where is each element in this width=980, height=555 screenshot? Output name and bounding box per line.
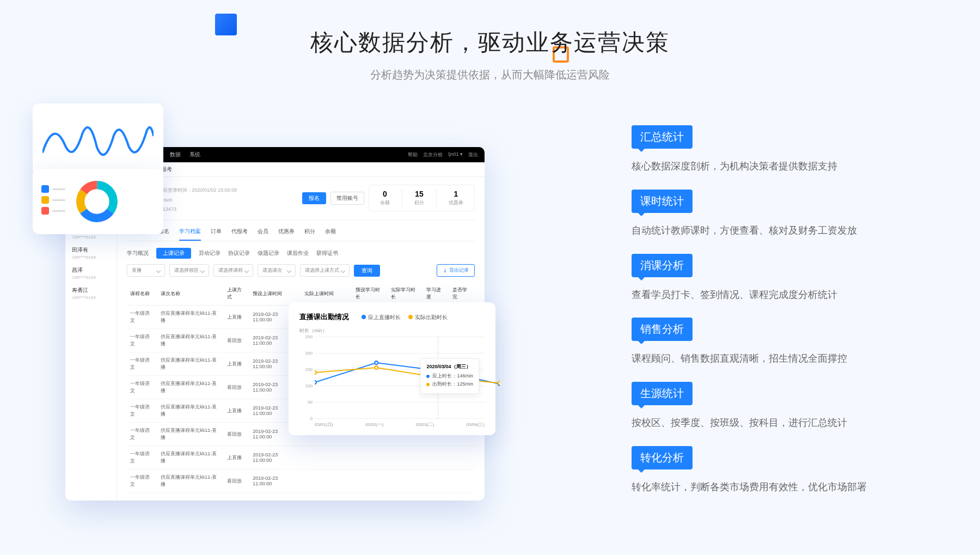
donut-chart-icon [75, 180, 119, 223]
tab-item[interactable]: 代报考 [231, 228, 248, 241]
chart-plot-area: 050100150200250 2020/03/04（周三） 应上时长：146m… [299, 337, 485, 418]
export-button[interactable]: ⭳ 导出记录 [437, 264, 475, 277]
disable-account-button[interactable]: 禁用账号 [330, 192, 364, 205]
col-header: 课次名称 [157, 282, 224, 306]
float-wave-card [33, 103, 163, 177]
subtab-item[interactable]: 获得证书 [316, 249, 338, 257]
feature-tag-summary: 汇总统计 [632, 125, 693, 149]
tab-item-active[interactable]: 学习档案 [179, 228, 201, 241]
export-icon: ⭳ [443, 267, 448, 273]
svg-point-12 [498, 381, 500, 385]
tab-item[interactable]: 积分 [304, 228, 315, 241]
wave-chart-icon [42, 113, 154, 167]
attendance-chart-card: 直播课出勤情况 应上直播时长 实际出勤时长 时长（min） 0501001502… [289, 302, 495, 435]
feature-list: 汇总统计核心数据深度剖析，为机构决策者提供数据支持 课时统计自动统计教师课时，方… [632, 125, 915, 510]
filter-bar: 直播 请选择校区 请选择课程 请选课次 请选择上课方式 查询 ⭳ 导出记录 [127, 264, 475, 277]
sidebar-item[interactable]: 田泽有199****0109 [65, 243, 117, 263]
logout-link[interactable]: 退出 [468, 151, 478, 158]
donut-legend [41, 185, 65, 218]
svg-point-5 [315, 381, 316, 384]
tab-item[interactable]: 优惠券 [278, 228, 295, 241]
help-link[interactable]: 帮助 [408, 151, 418, 158]
feature-desc: 核心数据深度剖析，为机构决策者提供数据支持 [632, 158, 915, 174]
subtab-item[interactable]: 协议记录 [228, 249, 250, 257]
chart-title: 直播课出勤情况 [299, 313, 349, 321]
chart-tooltip: 2020/03/04（周三） 应上时长：146min 出勤时长：125min [420, 358, 479, 394]
table-row[interactable]: 一年级语文供应直播课程单元kk11-直播上直播2019-02-23 11:00:… [127, 446, 475, 469]
chart-ylabel: 时长（min） [299, 327, 485, 334]
nav-item[interactable]: 系统 [189, 151, 200, 158]
search-button[interactable]: 查询 [354, 265, 380, 277]
svg-point-9 [315, 371, 316, 374]
subtab-item[interactable]: 课后作业 [287, 249, 309, 257]
filter-school-select[interactable]: 请选择校区 [169, 264, 209, 277]
hero-title: 核心数据分析，驱动业务运营决策 [0, 27, 980, 58]
feature-tag-convert: 转化分析 [632, 446, 693, 469]
campus-selector[interactable]: 北京分校 [423, 151, 443, 158]
sidebar-item[interactable]: 寿勇江199****0109 [65, 283, 117, 303]
filter-method-select[interactable]: 请选择上课方式 [300, 264, 350, 277]
feature-tag-sales: 销售分析 [632, 318, 693, 341]
chevron-down-icon [156, 268, 161, 272]
feature-desc: 按校区、按季度、按班级、按科目，进行汇总统计 [632, 415, 915, 431]
subtab-plan[interactable]: 学习概况 [127, 249, 149, 257]
float-donut-card [33, 169, 163, 234]
tab-item[interactable]: 余额 [325, 228, 336, 241]
enroll-button[interactable]: 报名 [302, 192, 326, 204]
stats-block: 0余额 15积分 1优惠券 [369, 185, 475, 211]
filter-type-select[interactable]: 直播 [127, 264, 165, 277]
user-menu[interactable]: ljn01 ▾ [448, 151, 463, 158]
legend-item: 应上直播时长 [362, 314, 401, 321]
subtab-item[interactable]: 做题记录 [258, 249, 279, 257]
feature-desc: 转化率统计，判断各类市场费用有效性，优化市场部署 [632, 479, 915, 495]
tab-item[interactable]: 订单 [211, 228, 222, 241]
feature-desc: 自动统计教师课时，方便查看、核对及财务工资发放 [632, 223, 915, 239]
table-row[interactable]: 一年级语文供应直播课程单元kk11-直播看回放2019-02-23 11:00:… [127, 469, 475, 493]
subtab-active[interactable]: 上课记录 [156, 248, 191, 259]
feature-desc: 课程顾问、销售数据直观清晰，招生情况全面撑控 [632, 351, 915, 367]
feature-tag-hours: 课时统计 [632, 190, 693, 213]
detail-tabs: 咨询记录 报名 学习档案 订单 代报考 会员 优惠券 积分 余额 [127, 228, 475, 241]
col-header: 课程名称 [127, 282, 157, 306]
col-header: 上课方式 [224, 282, 249, 306]
sidebar-item[interactable]: 昌泽199****0109 [65, 263, 117, 283]
feature-tag-consume: 消课分析 [632, 254, 693, 277]
record-subtabs: 学习概况 上课记录 异动记录 协议记录 做题记录 课后作业 获得证书 [127, 248, 475, 259]
chevron-down-icon [244, 268, 249, 272]
chevron-down-icon [287, 268, 291, 272]
tab-item[interactable]: 会员 [258, 228, 268, 241]
feature-tag-source: 生源统计 [632, 382, 693, 405]
feature-desc: 查看学员打卡、签到情况、课程完成度分析统计 [632, 287, 915, 303]
subtab-item[interactable]: 异动记录 [199, 249, 220, 257]
filter-class-select[interactable]: 请选择课程 [213, 264, 253, 277]
chevron-down-icon [200, 268, 205, 272]
svg-point-6 [375, 361, 378, 364]
chevron-down-icon [341, 268, 345, 272]
legend-item: 实际出勤时长 [408, 314, 448, 321]
hero-subtitle: 分析趋势为决策提供依据，从而大幅降低运营风险 [0, 68, 980, 82]
nav-item[interactable]: 数据 [170, 151, 181, 158]
svg-point-10 [375, 366, 378, 369]
filter-lesson-select[interactable]: 请选课次 [258, 264, 296, 277]
